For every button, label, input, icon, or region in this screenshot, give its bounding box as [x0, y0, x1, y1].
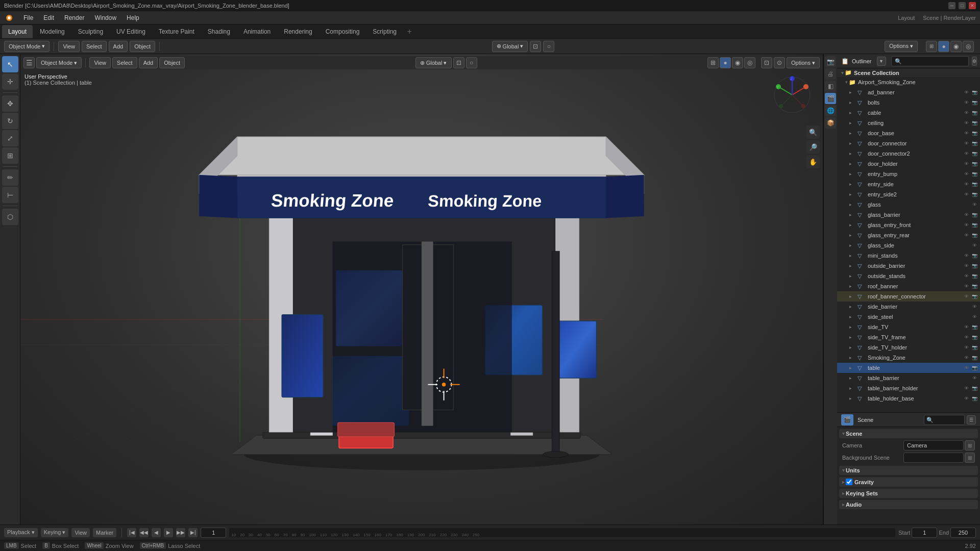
item-ceiling[interactable]: ▸ ▽ ceiling 👁 📷: [837, 118, 980, 128]
timeline-track[interactable]: 10 20 30 40 50 60 70 80 90 100 110 120 1…: [229, 528, 895, 537]
render-icon[interactable]: 📷: [971, 283, 978, 290]
render-icon[interactable]: 📷: [971, 395, 978, 402]
render-icon[interactable]: 📷: [971, 232, 978, 239]
maximize-button[interactable]: □: [959, 2, 966, 9]
item-outside-barrier[interactable]: ▸ ▽ outside_barrier 👁 📷: [837, 261, 980, 271]
eye-icon[interactable]: 👁: [963, 354, 970, 361]
render-icon[interactable]: 📷: [971, 181, 978, 188]
render-icon[interactable]: 📷: [971, 334, 978, 341]
eye-icon[interactable]: 👁: [963, 364, 970, 371]
lpe-mode[interactable]: ◉: [732, 57, 743, 68]
item-roof-banner[interactable]: ▸ ▽ roof_banner 👁 📷: [837, 281, 980, 291]
menu-edit[interactable]: Edit: [38, 11, 59, 24]
scene-section-header[interactable]: ▾ Scene: [839, 429, 978, 438]
item-door-base[interactable]: ▸ ▽ door_base 👁 📷: [837, 128, 980, 138]
marker-menu[interactable]: Marker: [93, 528, 116, 537]
eye-icon[interactable]: 👁: [963, 130, 970, 137]
vp-add[interactable]: Add: [139, 57, 158, 68]
tab-compositing[interactable]: Compositing: [320, 25, 366, 38]
end-frame-input[interactable]: 250: [950, 528, 976, 538]
snap-button[interactable]: ⊡: [530, 41, 541, 52]
item-door-holder[interactable]: ▸ ▽ door_holder 👁 📷: [837, 159, 980, 169]
snap-toggle[interactable]: ⊡: [453, 57, 464, 68]
eye-icon[interactable]: 👁: [963, 170, 970, 178]
props-search-input[interactable]: [924, 415, 965, 425]
eye-icon[interactable]: 👁: [963, 221, 970, 229]
wireframe-mode[interactable]: ⊞: [707, 57, 719, 68]
item-smoking-zone[interactable]: ▸ ▽ Smoking_Zone 👁 📷: [837, 353, 980, 363]
gravity-section-header[interactable]: ▸ Gravity: [839, 477, 978, 487]
render-icon[interactable]: 📷: [971, 99, 978, 106]
item-glass-barrier[interactable]: ▸ ▽ glass_barrier 👁 📷: [837, 210, 980, 220]
zoom-in-button[interactable]: 🔍: [806, 126, 820, 139]
object-mode-selector[interactable]: Object Mode ▾: [4, 41, 50, 52]
eye-icon[interactable]: 👁: [963, 293, 970, 300]
item-ad-banner[interactable]: ▸ ▽ ad_banner 👁 📷: [837, 87, 980, 97]
eye-icon[interactable]: 👁: [963, 181, 970, 188]
measure-tool[interactable]: ⊢: [2, 187, 18, 203]
eye-icon[interactable]: 👁: [963, 119, 970, 127]
item-table-holder-base[interactable]: ▸ ▽ table_holder_base 👁 📷: [837, 393, 980, 404]
scale-tool[interactable]: ⤢: [2, 130, 18, 146]
outliner-filter-btn[interactable]: ▼: [877, 57, 886, 66]
outliner-content[interactable]: ▾ 📁 Scene Collection ▾ 📁 Airport_Smoking…: [837, 68, 980, 412]
gizmos-button[interactable]: ⊙: [774, 57, 785, 68]
menu-render[interactable]: Render: [59, 11, 89, 24]
eye-icon[interactable]: 👁: [963, 272, 970, 280]
outliner-search-input[interactable]: [891, 56, 969, 66]
item-mini-stands[interactable]: ▸ ▽ mini_stands 👁 📷: [837, 251, 980, 261]
props-filter-button[interactable]: ☰: [967, 415, 976, 424]
add-cube-tool[interactable]: ⬡: [2, 209, 18, 225]
play-button[interactable]: ▶: [164, 528, 173, 537]
tab-scripting[interactable]: Scripting: [366, 25, 403, 38]
playback-menu[interactable]: Playback ▾: [4, 528, 38, 537]
item-outside-stands[interactable]: ▸ ▽ outside_stands 👁 📷: [837, 271, 980, 281]
item-glass-entry-rear[interactable]: ▸ ▽ glass_entry_rear 👁 📷: [837, 230, 980, 240]
render-icon[interactable]: 📷: [971, 262, 978, 269]
object-props-icon[interactable]: 📦: [825, 117, 836, 129]
render-icon[interactable]: 📷: [971, 109, 978, 116]
render-icon[interactable]: 📷: [971, 119, 978, 127]
solid-button[interactable]: ●: [938, 41, 949, 52]
render-icon[interactable]: 📷: [971, 221, 978, 229]
tab-texture-paint[interactable]: Texture Paint: [153, 25, 201, 38]
item-side-tv[interactable]: ▸ ▽ side_TV 👁 📷: [837, 322, 980, 332]
item-side-tv-frame[interactable]: ▸ ▽ side_TV_frame 👁 📷: [837, 332, 980, 342]
scene-collection-header[interactable]: ▾ 📁 Scene Collection: [837, 68, 980, 77]
eye-icon[interactable]: 👁: [963, 211, 970, 218]
vp-view[interactable]: View: [89, 57, 111, 68]
tab-shading[interactable]: Shading: [202, 25, 236, 38]
add-menu[interactable]: Add: [109, 41, 128, 52]
eye-icon[interactable]: 👁: [963, 252, 970, 259]
audio-section-header[interactable]: ▸ Audio: [839, 500, 978, 509]
item-entry-bump[interactable]: ▸ ▽ entry_bump 👁 📷: [837, 169, 980, 179]
eye-icon[interactable]: 👁: [963, 99, 970, 106]
item-glass[interactable]: ▸ ▽ glass 👁: [837, 199, 980, 210]
proportional-edit[interactable]: ○: [543, 41, 554, 52]
render-icon[interactable]: 📷: [971, 170, 978, 178]
jump-end-button[interactable]: ▶|: [188, 528, 198, 537]
keying-menu[interactable]: Keying ▾: [41, 528, 69, 537]
move-tool[interactable]: ✥: [2, 95, 18, 112]
next-keyframe-button[interactable]: ▶▶: [176, 528, 185, 537]
menu-blender[interactable]: [0, 11, 18, 24]
tab-modeling[interactable]: Modeling: [34, 25, 71, 38]
rotate-tool[interactable]: ↻: [2, 113, 18, 129]
keying-sets-header[interactable]: ▸ Keying Sets: [839, 489, 978, 498]
render-icon[interactable]: 📷: [971, 191, 978, 198]
zoom-out-button[interactable]: 🔎: [806, 140, 820, 154]
proportional-toggle[interactable]: ○: [466, 57, 477, 68]
eye-icon[interactable]: 👁: [963, 150, 970, 157]
eye-icon[interactable]: 👁: [963, 323, 970, 331]
render-icon[interactable]: 📷: [971, 150, 978, 157]
render-icon[interactable]: 📷: [971, 160, 978, 167]
item-entry-side2[interactable]: ▸ ▽ entry_side2 👁 📷: [837, 189, 980, 199]
material-button[interactable]: ◉: [950, 41, 962, 52]
eye-icon[interactable]: 👁: [963, 385, 970, 392]
transform-global[interactable]: ⊕ Global ▾: [492, 41, 528, 52]
item-bolts[interactable]: ▸ ▽ bolts 👁 📷: [837, 97, 980, 108]
render-icon[interactable]: 📷: [971, 89, 978, 96]
render-icon[interactable]: 📷: [971, 385, 978, 392]
item-side-steel[interactable]: ▸ ▽ side_steel 👁: [837, 312, 980, 322]
camera-select-button[interactable]: ⊞: [965, 440, 975, 450]
